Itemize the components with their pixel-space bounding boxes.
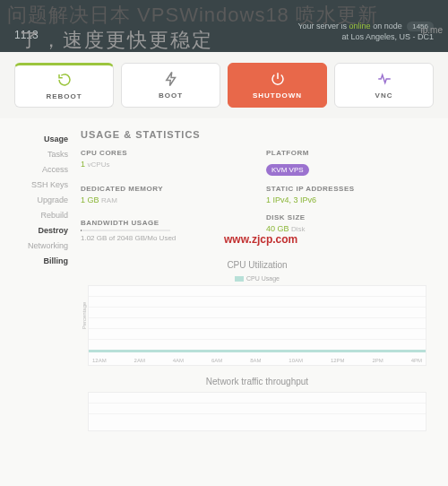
bolt-icon	[163, 71, 179, 89]
sidebar-item-usage[interactable]: Usage	[44, 135, 68, 143]
stat-cpu-label: CPU CORES	[81, 149, 248, 157]
stat-bw-label: BANDWIDTH USAGE	[81, 219, 248, 227]
stat-disk-sub: Disk	[291, 225, 306, 233]
reboot-label: REBOOT	[46, 92, 82, 100]
xtick: 10AM	[289, 358, 303, 363]
stat-disk-label: DISK SIZE	[266, 213, 434, 221]
sidebar-item-upgrade[interactable]: Upgrade	[37, 195, 68, 204]
sidebar-item-destroy[interactable]: Destroy	[38, 226, 68, 235]
reboot-button[interactable]: REBOOT	[14, 63, 114, 108]
cpu-chart-title: CPU Utilization	[81, 260, 434, 270]
watermark-center: www.zjcp.com	[224, 233, 297, 246]
section-title: USAGE & STATISTICS	[81, 129, 434, 140]
cpu-chart: CPU Utilization CPU Usage Percentage 12A…	[81, 260, 434, 366]
bandwidth-bar	[81, 230, 170, 231]
content-area: USAGE & STATISTICS CPU CORES 1 vCPUs PLA…	[81, 129, 434, 431]
xtick: 4AM	[173, 358, 184, 363]
sidebar-item-billing[interactable]: Billing	[44, 256, 69, 265]
heartbeat-icon	[376, 71, 392, 89]
cpu-yaxis-label: Percentage	[82, 302, 87, 330]
stat-ip: STATIC IP ADDRESSES 1 IPv4, 3 IPv6	[266, 185, 434, 204]
network-chart: Network traffic throughput	[81, 377, 434, 431]
overlay-title: 问题解决日本 VPSWindows18 喷水更新	[7, 2, 378, 29]
xtick: 12AM	[92, 358, 107, 363]
stat-mem-value: 1 GB	[81, 195, 99, 204]
boot-label: BOOT	[159, 91, 183, 100]
stat-ip-value: 1 IPv4, 3 IPv6	[266, 195, 434, 204]
stat-disk-value: 40 GB	[266, 224, 289, 233]
stat-platform: PLATFORM KVM VPS	[266, 149, 434, 176]
cpu-xaxis: 12AM 2AM 4AM 6AM 8AM 10AM 12PM 2PM 4PM	[89, 356, 426, 365]
boot-button[interactable]: BOOT	[121, 63, 220, 108]
stat-cpu-value: 1	[81, 160, 85, 169]
overlay-subtitle: 了，速度更快更稳定	[20, 27, 213, 54]
xtick: 8AM	[250, 358, 261, 363]
power-icon	[270, 71, 286, 89]
vnc-button[interactable]: VNC	[334, 63, 434, 108]
net-chart-box	[88, 392, 426, 431]
xtick: 2PM	[372, 358, 383, 363]
legend-swatch	[235, 276, 244, 282]
net-chart-title: Network traffic throughput	[81, 377, 434, 386]
stat-cpu-sub: vCPUs	[88, 161, 110, 169]
chart-grid	[89, 393, 426, 418]
sidebar-item-networking[interactable]: Networking	[28, 241, 68, 250]
sidebar: Usage Tasks Access SSH Keys Upgrade Rebu…	[14, 129, 68, 431]
platform-pill: KVM VPS	[266, 164, 309, 176]
xtick: 12PM	[331, 358, 345, 363]
action-bar: REBOOT BOOT SHUTDOWN VNC	[0, 52, 448, 118]
watermark-topright: ip.me	[421, 25, 443, 35]
sidebar-item-sshkeys[interactable]: SSH Keys	[31, 180, 68, 189]
vnc-label: VNC	[375, 91, 393, 100]
stat-ip-label: STATIC IP ADDRESSES	[266, 185, 434, 193]
reboot-icon	[56, 72, 73, 90]
xtick: 2AM	[134, 358, 145, 363]
shutdown-label: SHUTDOWN	[253, 91, 302, 100]
stat-memory: DEDICATED MEMORY 1 GB RAM	[81, 185, 248, 204]
stat-bandwidth: BANDWIDTH USAGE 1.02 GB of 2048 GB/Mo Us…	[81, 219, 248, 242]
shutdown-button[interactable]: SHUTDOWN	[228, 63, 327, 108]
stat-cpu: CPU CORES 1 vCPUs	[81, 149, 248, 176]
xtick: 6AM	[211, 358, 222, 363]
stat-bw-text: 1.02 GB of 2048 GB/Mo Used	[81, 234, 248, 242]
cpu-chart-box: Percentage 12AM 2AM 4AM 6AM 8AM 10AM 12P…	[88, 285, 426, 366]
cpu-series	[89, 350, 426, 352]
chart-grid	[89, 286, 426, 352]
sidebar-item-access[interactable]: Access	[42, 165, 68, 174]
stat-mem-label: DEDICATED MEMORY	[81, 185, 248, 193]
stat-mem-sub: RAM	[101, 196, 117, 204]
xtick: 4PM	[411, 358, 422, 363]
legend-label: CPU Usage	[246, 275, 280, 282]
stat-platform-label: PLATFORM	[266, 149, 434, 157]
sidebar-item-rebuild[interactable]: Rebuild	[40, 211, 68, 220]
stats-grid: CPU CORES 1 vCPUs PLATFORM KVM VPS DEDIC…	[81, 149, 434, 242]
sidebar-item-tasks[interactable]: Tasks	[47, 150, 68, 159]
